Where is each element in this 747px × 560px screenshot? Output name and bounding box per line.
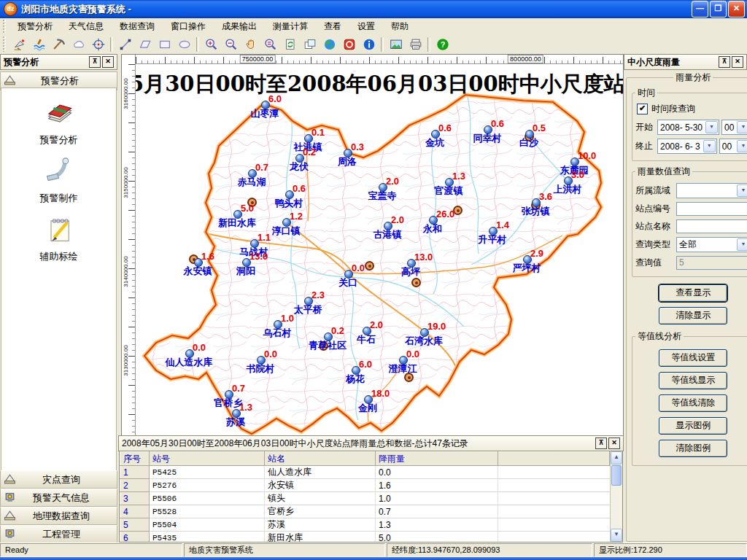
contour-settings-button[interactable]: 等值线设置 [659,349,727,367]
minimize-button[interactable]: — [692,1,708,18]
station-name: 鸭头村 [275,197,303,210]
table-row[interactable]: 6P5435新田水库5.0 [120,532,610,542]
draw-line-tool-icon[interactable] [115,35,135,54]
menu-item-2[interactable]: 天气信息 [61,20,112,33]
column-header-序号[interactable]: 序号 [120,452,150,466]
pin-icon[interactable]: ⊼ [89,56,101,68]
info-tool-icon[interactable] [359,35,379,54]
chevron-down-icon[interactable]: ▼ [705,121,718,133]
status-bar: Ready 地质灾害预警系统 经纬度:113.947670,28.099093 … [0,542,747,557]
query-type-select[interactable]: 全部▼ [676,237,747,252]
contour-show-button[interactable]: 等值线显示 [659,372,727,389]
survey-pick-tool-icon[interactable] [49,35,69,54]
end-date-picker[interactable]: 2008- 6- 3▼ [657,139,717,154]
book-icon [1,97,116,131]
clear-display-button[interactable]: 清除显示 [659,307,727,324]
warning-analysis-item[interactable]: 预警分析 [1,97,116,147]
query-value-input[interactable]: 5 [676,256,747,270]
menu-item-6[interactable]: 测量计算 [265,20,316,33]
menu-item-8[interactable]: 设置 [349,20,383,33]
warning-analysis-tool-icon[interactable] [9,35,29,54]
column-header-站号[interactable]: 站号 [150,452,265,466]
legend-show-button[interactable]: 显示图例 [659,417,727,435]
menu-item-5[interactable]: 成果输出 [214,20,265,33]
station-name: 上洪村 [554,183,582,196]
weather-cloud-tool-icon[interactable] [69,35,88,54]
table-row[interactable]: 4P5528官桥乡0.7 [120,505,610,518]
legend-clear-button[interactable]: 清除图例 [659,440,727,457]
pin-icon[interactable]: ⊼ [719,56,730,68]
column-header-站名[interactable]: 站名 [265,452,376,466]
menu-item-3[interactable]: 数据查询 [112,20,163,33]
column-header-降雨量[interactable]: 降雨量 [376,452,498,466]
zoom-extent-tool-icon[interactable] [260,35,280,54]
chevron-down-icon[interactable]: ▼ [703,140,716,152]
table-row[interactable]: 3P5506镇头1.0 [120,492,610,505]
menu-item-7[interactable]: 查看 [316,20,349,33]
project-manage-bar[interactable]: 工程管理 [0,525,117,543]
export-image-tool-icon[interactable] [386,35,406,54]
table-row[interactable]: 5P5504苏溪1.3 [120,518,610,532]
rainfall-value: 1.6 [201,251,214,262]
close-button[interactable]: ✕ [728,1,745,18]
scroll-up-icon[interactable]: ▲ [611,451,622,464]
start-hour-select[interactable]: 00▼ [721,120,747,135]
chevron-down-icon[interactable]: ▼ [737,140,747,152]
drafting-icon [4,74,16,88]
station-data-grid[interactable]: 序号站号站名降雨量 1P5425仙人造水库0.02P5276永安镇1.63P55… [120,451,610,542]
scroll-thumb[interactable] [611,465,622,486]
cell: P5506 [150,492,265,505]
geo-data-query-bar[interactable]: 地理数据查询 [0,507,117,525]
zoom-out-tool-icon[interactable] [221,35,241,54]
table-scrollbar[interactable]: ▲ ▼ [610,451,622,542]
menu-item-1[interactable]: 预警分析 [9,20,61,33]
assist-plot-item[interactable]: 辅助标绘 [1,214,116,263]
time-range-checkbox[interactable]: ✔ [637,104,648,114]
rainfall-value: 2.3 [311,289,325,300]
draw-rectangle-tool-icon[interactable] [155,35,174,54]
cell: 永安镇 [265,479,376,492]
basin-select[interactable]: ▼ [676,183,747,198]
menu-item-4[interactable]: 窗口操作 [163,20,214,33]
draw-ellipse-tool-icon[interactable] [174,35,194,54]
disaster-point-icon[interactable] [365,261,374,271]
pan-tool-icon[interactable] [241,35,260,54]
disaster-flood-tool-icon[interactable] [29,35,49,54]
draw-polygon-tool-icon[interactable] [135,35,155,54]
view-display-button[interactable]: 查看显示 [659,284,727,302]
menu-item-9[interactable]: 帮助 [383,20,417,33]
table-row[interactable]: 2P5276永安镇1.6 [120,479,610,492]
rainfall-value: 2.9 [530,248,543,259]
toolbar-grip[interactable] [3,36,7,52]
contour-clear-button[interactable]: 等值线清除 [659,394,727,412]
pin-icon[interactable]: ⊼ [595,438,607,449]
globe-view-tool-icon[interactable] [320,35,339,54]
disaster-point-query-bar[interactable]: 灾点查询 [0,470,117,489]
start-date-picker[interactable]: 2008- 5-30▼ [657,120,719,135]
close-icon[interactable]: ✕ [608,438,620,449]
zoom-in-tool-icon[interactable] [201,35,221,54]
locate-target-tool-icon[interactable] [88,35,108,54]
close-icon[interactable]: ✕ [102,56,114,68]
chevron-down-icon[interactable]: ▼ [737,238,747,251]
layer-manager-tool-icon[interactable] [300,35,320,54]
maximize-button[interactable]: ❐ [710,1,727,18]
close-icon[interactable]: ✕ [732,56,743,68]
help-tool-icon[interactable]: ? [433,35,452,54]
table-row[interactable]: 1P5425仙人造水库0.0 [120,466,610,479]
scroll-down-icon[interactable]: ▼ [611,529,622,542]
end-hour-select[interactable]: 00▼ [719,139,747,154]
menu-grip[interactable] [3,20,7,33]
warning-produce-item[interactable]: 预警制作 [1,155,116,205]
map-canvas[interactable]: 5月30日00时至2008年06月03日00时中小尺度站点降雨量 [136,64,623,435]
print-tool-icon[interactable] [406,35,425,54]
station-id-input[interactable] [676,202,747,216]
station-name-input[interactable] [676,219,747,233]
warning-weather-info-bar[interactable]: 预警天气信息 [0,489,117,507]
basin-label: 所属流域 [635,184,676,197]
chevron-down-icon[interactable]: ▼ [737,184,747,197]
stop-tool-icon[interactable] [339,35,359,54]
disaster-point-icon[interactable] [411,278,421,287]
chevron-down-icon[interactable]: ▼ [737,121,747,133]
refresh-view-tool-icon[interactable] [280,35,300,54]
